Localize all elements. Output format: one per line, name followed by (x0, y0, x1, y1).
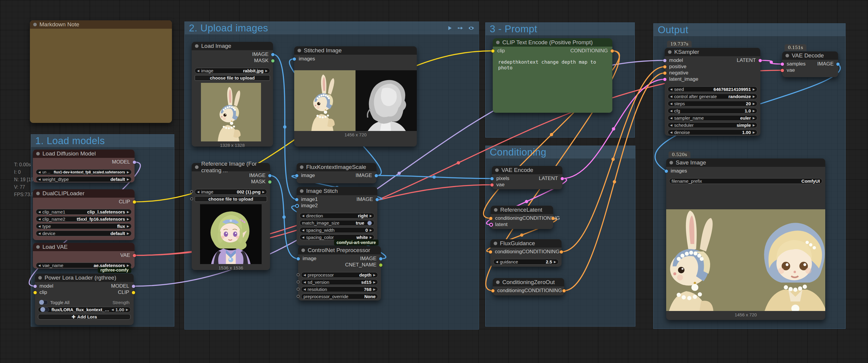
input-port-images[interactable] (293, 57, 296, 61)
combo-right-arrow-icon[interactable]: ▶ (127, 217, 129, 221)
widget-input-dot[interactable] (297, 295, 300, 298)
node-vaeencode[interactable]: VAE EncodepixelsLATENTvae (492, 166, 562, 189)
input-port-conditioning[interactable] (489, 250, 492, 253)
combo-right-arrow-icon[interactable]: ▶ (265, 69, 268, 72)
combo-widget-image[interactable]: ◀imagerabbit.jpg▶ (195, 68, 270, 73)
combo-widget-type[interactable]: ◀typeflux▶ (36, 223, 131, 229)
combo-left-arrow-icon[interactable]: ◀ (38, 210, 41, 213)
toggle-all-row[interactable]: Toggle AllStrength (39, 300, 129, 305)
node-titlebar[interactable]: FluxKontextImageScale (297, 163, 376, 171)
strength-left-arrow-icon[interactable]: ◀ (111, 308, 114, 311)
output-port-IMAGE[interactable] (376, 198, 379, 201)
node-loadvae[interactable]: Load VAEVAE◀vae_nameae.safetensors▶ (33, 243, 134, 269)
combo-right-arrow-icon[interactable]: ▶ (370, 236, 372, 239)
input-port-positive[interactable] (663, 65, 666, 68)
node-stitched[interactable]: Stitched Imageimages 1456 x 720 (294, 47, 417, 147)
combo-right-arrow-icon[interactable]: ▶ (752, 109, 755, 113)
node-cliptext[interactable]: CLIP Text Encode (Positive Prompt)clipCO… (493, 38, 612, 113)
collapse-dot-icon[interactable] (495, 168, 499, 172)
combo-left-arrow-icon[interactable]: ◀ (670, 123, 673, 127)
node-fluxscale[interactable]: FluxKontextImageScaleimageIMAGE (297, 163, 376, 183)
collapse-dot-icon[interactable] (298, 49, 301, 52)
node-titlebar[interactable]: KSampler (665, 48, 761, 56)
combo-left-arrow-icon[interactable]: ◀ (38, 264, 41, 267)
collapse-dot-icon[interactable] (300, 189, 304, 193)
input-port-pixels[interactable] (490, 177, 494, 180)
collapse-dot-icon[interactable] (300, 165, 304, 169)
node-titlebar[interactable]: Load Diffusion Model (33, 150, 134, 158)
node-titlebar[interactable]: CLIP Text Encode (Positive Prompt) (493, 38, 612, 47)
input-port-vae[interactable] (490, 183, 494, 187)
combo-right-arrow-icon[interactable]: ▶ (752, 88, 755, 91)
input-port-image1[interactable] (295, 198, 299, 201)
node-vaedecode[interactable]: VAE Decode0.151ssamplesIMAGEvae (782, 52, 838, 77)
combo-right-arrow-icon[interactable]: ▶ (127, 264, 129, 267)
node-titlebar[interactable]: FluxGuidance (490, 239, 561, 248)
collapse-dot-icon[interactable] (494, 208, 498, 212)
node-titlebar[interactable]: Save Image (666, 158, 825, 167)
collapse-dot-icon[interactable] (494, 242, 497, 245)
node-loadimage[interactable]: Load ImageIMAGEMASK◀imagerabbit.jpg▶choo… (192, 42, 273, 147)
combo-left-arrow-icon[interactable]: ◀ (38, 178, 41, 181)
play-icon[interactable] (446, 25, 453, 31)
node-titlebar[interactable]: Markdown Note (30, 20, 172, 29)
combo-widget-direction[interactable]: ◀directionright▶ (300, 213, 374, 219)
combo-right-arrow-icon[interactable]: ▶ (752, 95, 755, 98)
input-port-conditioning[interactable] (491, 289, 495, 293)
combo-left-arrow-icon[interactable]: ◀ (304, 288, 306, 291)
node-titlebar[interactable]: ReferenceLatent (491, 206, 553, 214)
node-titlebar[interactable]: VAE Encode (492, 166, 562, 174)
combo-widget-resolution[interactable]: ◀resolution768▶ (301, 286, 378, 292)
output-port-IMAGE[interactable] (379, 257, 382, 261)
combo-left-arrow-icon[interactable]: ◀ (670, 116, 673, 120)
combo-widget-denoise[interactable]: ◀denoise1.00▶ (668, 129, 757, 135)
node-titlebar[interactable]: Power Lora Loader (rgthree) (35, 274, 134, 282)
collapse-dot-icon[interactable] (36, 152, 40, 155)
collapse-dot-icon[interactable] (195, 165, 198, 169)
combo-left-arrow-icon[interactable]: ◀ (670, 102, 673, 105)
toggle-icon[interactable] (367, 221, 372, 225)
combo-left-arrow-icon[interactable]: ◀ (670, 109, 673, 113)
group-titlebar[interactable]: 3 - Prompt (486, 23, 634, 35)
collapse-dot-icon[interactable] (301, 248, 305, 252)
combo-left-arrow-icon[interactable]: ◀ (304, 273, 306, 277)
collapse-dot-icon[interactable] (670, 161, 673, 164)
bool-widget-match_image_size[interactable]: match_image_sizetrue (300, 220, 374, 226)
node-titlebar[interactable]: Load VAE (33, 243, 134, 251)
combo-right-arrow-icon[interactable]: ▶ (752, 116, 755, 120)
combo-right-arrow-icon[interactable]: ▶ (127, 232, 129, 235)
output-port-CLIP[interactable] (133, 200, 136, 204)
input-port-model[interactable] (33, 285, 37, 288)
combo-widget-preprocessor[interactable]: ◀preprocessordepth▶ (301, 272, 378, 278)
field-widget-preprocessor_override[interactable]: preprocessor_overrideNone (301, 294, 378, 299)
output-port-IMAGE[interactable] (268, 174, 272, 177)
widget-input-dot[interactable] (190, 190, 193, 193)
eye-icon[interactable] (468, 25, 474, 31)
output-port-IMAGE[interactable] (375, 174, 378, 177)
combo-left-arrow-icon[interactable]: ◀ (38, 224, 41, 228)
prompt-text[interactable]: redepthkontext change depth map to photo (498, 59, 607, 70)
collapse-dot-icon[interactable] (33, 23, 37, 26)
combo-right-arrow-icon[interactable]: ▶ (373, 273, 376, 277)
combo-left-arrow-icon[interactable]: ◀ (304, 280, 306, 284)
combo-widget-device[interactable]: ◀devicedefault▶ (36, 231, 131, 236)
widget-input-dot[interactable] (297, 288, 300, 291)
output-port-CONDITIONING[interactable] (562, 289, 566, 293)
combo-widget-clip_name2[interactable]: ◀clip_name2t5xxl_fp16.safetensors▶ (36, 216, 131, 222)
collapse-dot-icon[interactable] (496, 41, 500, 44)
widget-input-dot[interactable] (297, 280, 300, 283)
output-port-LATENT[interactable] (561, 177, 564, 180)
lora-row[interactable]: flux/LORA_flux_kontext_depth_refer...◀1.… (38, 307, 131, 312)
combo-right-arrow-icon[interactable]: ▶ (752, 123, 755, 127)
output-port-CLIP[interactable] (132, 291, 135, 294)
collapse-dot-icon[interactable] (36, 245, 40, 249)
output-port-MASK[interactable] (268, 180, 272, 184)
input-port-clip[interactable] (33, 291, 37, 294)
input-port-conditioning[interactable] (489, 217, 492, 220)
combo-left-arrow-icon[interactable]: ◀ (197, 69, 199, 72)
combo-right-arrow-icon[interactable]: ▶ (127, 178, 129, 181)
output-port-MASK[interactable] (271, 59, 275, 62)
output-port-IMAGE[interactable] (271, 53, 275, 56)
combo-left-arrow-icon[interactable]: ◀ (38, 217, 41, 221)
output-port-IMAGE[interactable] (836, 62, 840, 66)
